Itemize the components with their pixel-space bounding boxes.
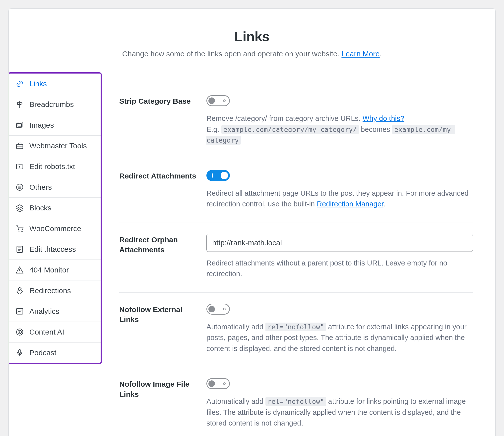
links-icon (15, 80, 24, 88)
sidebar-item-404-monitor[interactable]: 404 Monitor (9, 260, 101, 280)
sidebar-item-label: Redirections (29, 286, 71, 295)
setting-nofollow-image-file-links: Nofollow Image File Links Automatically … (119, 367, 473, 436)
setting-control: Remove /category/ from category archive … (206, 95, 473, 146)
sidebar-item-woocommerce[interactable]: WooCommerce (9, 218, 101, 239)
settings-content: Strip Category Base Remove /category/ fr… (102, 73, 495, 436)
setting-description: Automatically add rel="nofollow" attribu… (206, 396, 473, 429)
setting-control: Redirect attachments without a parent po… (206, 234, 473, 279)
setting-label: Strip Category Base (119, 95, 196, 106)
sidebar-item-links[interactable]: Links (9, 74, 101, 94)
sidebar-item-label: Edit robots.txt (29, 162, 75, 171)
subtitle-period: . (380, 50, 382, 58)
sidebar-item-breadcrumbs[interactable]: Breadcrumbs (9, 94, 101, 115)
svg-point-12 (19, 332, 20, 333)
nofollow-external-toggle[interactable] (206, 304, 230, 315)
sidebar-item-label: Content AI (29, 328, 64, 336)
strip-category-base-toggle[interactable] (206, 95, 230, 106)
svg-point-10 (16, 329, 23, 335)
sidebar-item-webmaster-tools[interactable]: Webmaster Tools (9, 136, 101, 156)
setting-control: Automatically add rel="nofollow" attribu… (206, 304, 473, 354)
setting-redirect-orphan-attachments: Redirect Orphan Attachments Redirect att… (119, 223, 473, 293)
page-subtitle: Change how some of the links open and op… (24, 50, 480, 58)
setting-label: Nofollow External Links (119, 304, 196, 325)
setting-description: Automatically add rel="nofollow" attribu… (206, 322, 473, 354)
setting-label: Redirect Attachments (119, 170, 196, 181)
list-icon (15, 183, 24, 191)
setting-control: Redirect all attachment page URLs to the… (206, 170, 473, 210)
sidebar-item-content-ai[interactable]: Content AI (9, 322, 101, 343)
setting-label: Nofollow Image File Links (119, 378, 196, 399)
sidebar-item-label: 404 Monitor (29, 266, 69, 274)
setting-description: Redirect all attachment page URLs to the… (206, 188, 473, 210)
svg-rect-3 (16, 144, 23, 149)
sidebar-item-label: Links (29, 80, 47, 88)
chart-icon (15, 307, 24, 316)
setting-strip-category-base: Strip Category Base Remove /category/ fr… (119, 95, 473, 159)
setting-description: Redirect attachments without a parent po… (206, 258, 473, 279)
file-text-icon (15, 245, 24, 254)
sidebar-item-label: Analytics (29, 307, 59, 316)
page-body: Links Breadcrumbs Images Webmaster Tools (9, 73, 495, 436)
sidebar-item-label: Podcast (29, 349, 56, 357)
sidebar-item-others[interactable]: Others (9, 177, 101, 198)
sidebar-item-label: Images (29, 121, 54, 129)
sidebar-item-label: Breadcrumbs (29, 100, 74, 109)
sidebar-item-images[interactable]: Images (9, 115, 101, 136)
code-example-before: example.com/category/my-category/ (221, 125, 359, 134)
sidebar-item-label: Blocks (29, 204, 51, 212)
svg-point-4 (19, 167, 20, 167)
redirect-orphan-url-input[interactable] (206, 234, 473, 252)
sidebar-item-redirections[interactable]: Redirections (9, 280, 101, 301)
target-icon (15, 328, 24, 336)
settings-sidebar: Links Breadcrumbs Images Webmaster Tools (8, 72, 102, 364)
svg-rect-1 (18, 122, 23, 126)
svg-rect-13 (19, 349, 21, 353)
warning-icon (15, 266, 24, 274)
layers-icon (15, 204, 24, 212)
setting-nofollow-external-links: Nofollow External Links Automatically ad… (119, 293, 473, 367)
redirection-manager-link[interactable]: Redirection Manager (317, 200, 383, 208)
sidebar-item-label: WooCommerce (29, 224, 81, 233)
svg-point-11 (18, 330, 21, 334)
setting-label: Redirect Orphan Attachments (119, 234, 196, 255)
sign-icon (15, 286, 24, 295)
svg-point-7 (21, 231, 22, 232)
sidebar-item-label: Webmaster Tools (29, 142, 87, 150)
sidebar-item-edit-htaccess[interactable]: Edit .htaccess (9, 239, 101, 260)
sidebar-item-podcast[interactable]: Podcast (9, 343, 101, 363)
signpost-icon (15, 100, 24, 109)
setting-redirect-attachments: Redirect Attachments Redirect all attach… (119, 159, 473, 223)
setting-control: Automatically add rel="nofollow" attribu… (206, 378, 473, 429)
images-icon (15, 121, 24, 129)
cart-icon (15, 224, 24, 233)
nofollow-image-toggle[interactable] (206, 378, 230, 389)
sidebar-item-edit-robots[interactable]: Edit robots.txt (9, 156, 101, 177)
toolbox-icon (15, 142, 24, 150)
code-rel-nofollow: rel="nofollow" (265, 323, 326, 331)
code-rel-nofollow: rel="nofollow" (265, 397, 326, 406)
sidebar-item-analytics[interactable]: Analytics (9, 301, 101, 322)
microphone-icon (15, 349, 24, 357)
why-do-this-link[interactable]: Why do this? (363, 114, 404, 122)
redirect-attachments-toggle[interactable] (206, 170, 230, 181)
sidebar-item-label: Others (29, 183, 52, 191)
svg-rect-0 (16, 123, 21, 128)
page-title: Links (24, 29, 480, 44)
svg-point-6 (18, 231, 19, 232)
setting-description: Remove /category/ from category archive … (206, 113, 473, 146)
page-header: Links Change how some of the links open … (9, 9, 495, 73)
learn-more-link[interactable]: Learn More (341, 50, 379, 58)
folder-code-icon (15, 162, 24, 171)
sidebar-item-blocks[interactable]: Blocks (9, 198, 101, 218)
settings-card: Links Change how some of the links open … (8, 8, 496, 436)
sidebar-item-label: Edit .htaccess (29, 245, 76, 254)
subtitle-text: Change how some of the links open and op… (122, 50, 342, 58)
